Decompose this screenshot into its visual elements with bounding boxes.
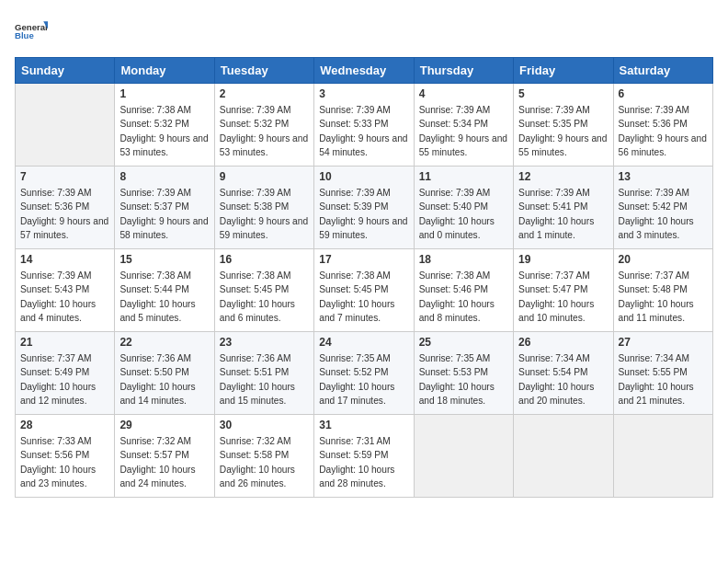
calendar-cell: 21Sunrise: 7:37 AMSunset: 5:49 PMDayligh… — [16, 332, 115, 415]
day-number: 15 — [119, 253, 209, 266]
day-info: Sunrise: 7:39 AMSunset: 5:33 PMDaylight:… — [319, 103, 408, 159]
day-info: Sunrise: 7:39 AMSunset: 5:37 PMDaylight:… — [119, 186, 209, 242]
calendar-cell: 17Sunrise: 7:38 AMSunset: 5:45 PMDayligh… — [314, 249, 414, 332]
calendar-cell: 25Sunrise: 7:35 AMSunset: 5:53 PMDayligh… — [414, 332, 513, 415]
calendar-cell: 16Sunrise: 7:38 AMSunset: 5:45 PMDayligh… — [214, 249, 313, 332]
calendar-cell: 11Sunrise: 7:39 AMSunset: 5:40 PMDayligh… — [414, 167, 513, 249]
day-info: Sunrise: 7:39 AMSunset: 5:36 PMDaylight:… — [20, 186, 109, 242]
day-number: 20 — [619, 253, 708, 266]
day-number: 1 — [119, 87, 209, 100]
weekday-thursday: Thursday — [414, 58, 513, 84]
day-number: 28 — [20, 419, 109, 431]
weekday-wednesday: Wednesday — [314, 58, 414, 84]
calendar-cell: 14Sunrise: 7:39 AMSunset: 5:43 PMDayligh… — [16, 249, 115, 332]
calendar-cell: 8Sunrise: 7:39 AMSunset: 5:37 PMDaylight… — [115, 167, 214, 249]
week-row-1: 1Sunrise: 7:38 AMSunset: 5:32 PMDaylight… — [16, 84, 713, 167]
day-info: Sunrise: 7:38 AMSunset: 5:46 PMDaylight:… — [419, 269, 508, 325]
calendar-cell: 20Sunrise: 7:37 AMSunset: 5:48 PMDayligh… — [613, 249, 712, 332]
week-row-5: 28Sunrise: 7:33 AMSunset: 5:56 PMDayligh… — [16, 415, 713, 498]
day-number: 21 — [20, 336, 109, 349]
logo: General Blue — [15, 15, 48, 48]
day-number: 22 — [119, 336, 209, 349]
day-info: Sunrise: 7:32 AMSunset: 5:58 PMDaylight:… — [220, 434, 309, 490]
day-info: Sunrise: 7:36 AMSunset: 5:51 PMDaylight:… — [220, 351, 309, 408]
day-number: 31 — [319, 419, 408, 431]
calendar-cell — [414, 415, 513, 498]
day-info: Sunrise: 7:37 AMSunset: 5:48 PMDaylight:… — [619, 269, 708, 325]
calendar-cell: 12Sunrise: 7:39 AMSunset: 5:41 PMDayligh… — [514, 167, 613, 249]
day-number: 19 — [518, 253, 608, 266]
day-info: Sunrise: 7:39 AMSunset: 5:42 PMDaylight:… — [619, 186, 708, 242]
calendar-cell: 2Sunrise: 7:39 AMSunset: 5:32 PMDaylight… — [214, 84, 313, 167]
day-number: 3 — [319, 87, 408, 100]
calendar-cell: 5Sunrise: 7:39 AMSunset: 5:35 PMDaylight… — [514, 84, 613, 167]
calendar-cell: 22Sunrise: 7:36 AMSunset: 5:50 PMDayligh… — [115, 332, 214, 415]
calendar-cell: 7Sunrise: 7:39 AMSunset: 5:36 PMDaylight… — [16, 167, 115, 249]
calendar-cell: 15Sunrise: 7:38 AMSunset: 5:44 PMDayligh… — [115, 249, 214, 332]
day-number: 11 — [419, 170, 508, 183]
day-number: 14 — [20, 253, 109, 266]
day-info: Sunrise: 7:35 AMSunset: 5:53 PMDaylight:… — [419, 351, 508, 408]
day-number: 2 — [220, 87, 309, 100]
weekday-tuesday: Tuesday — [214, 58, 313, 84]
calendar-cell — [16, 84, 115, 167]
day-info: Sunrise: 7:39 AMSunset: 5:36 PMDaylight:… — [619, 103, 708, 159]
day-info: Sunrise: 7:38 AMSunset: 5:32 PMDaylight:… — [119, 103, 209, 159]
weekday-monday: Monday — [115, 58, 214, 84]
calendar-cell: 4Sunrise: 7:39 AMSunset: 5:34 PMDaylight… — [414, 84, 513, 167]
header: General Blue — [15, 15, 713, 48]
day-number: 25 — [419, 336, 508, 349]
day-info: Sunrise: 7:38 AMSunset: 5:45 PMDaylight:… — [220, 269, 309, 325]
day-info: Sunrise: 7:38 AMSunset: 5:45 PMDaylight:… — [319, 269, 408, 325]
day-number: 9 — [220, 170, 309, 183]
logo-svg: General Blue — [15, 15, 48, 48]
day-number: 24 — [319, 336, 408, 349]
calendar-cell: 31Sunrise: 7:31 AMSunset: 5:59 PMDayligh… — [314, 415, 414, 498]
calendar-cell: 23Sunrise: 7:36 AMSunset: 5:51 PMDayligh… — [214, 332, 313, 415]
day-info: Sunrise: 7:39 AMSunset: 5:32 PMDaylight:… — [220, 103, 309, 159]
day-info: Sunrise: 7:39 AMSunset: 5:38 PMDaylight:… — [220, 186, 309, 242]
day-number: 23 — [220, 336, 309, 349]
calendar-table: SundayMondayTuesdayWednesdayThursdayFrid… — [15, 57, 713, 498]
day-number: 10 — [319, 170, 408, 183]
weekday-saturday: Saturday — [613, 58, 712, 84]
calendar-cell — [514, 415, 613, 498]
day-info: Sunrise: 7:31 AMSunset: 5:59 PMDaylight:… — [319, 434, 408, 490]
day-number: 8 — [119, 170, 209, 183]
day-info: Sunrise: 7:33 AMSunset: 5:56 PMDaylight:… — [20, 434, 109, 490]
day-info: Sunrise: 7:36 AMSunset: 5:50 PMDaylight:… — [119, 351, 209, 408]
weekday-friday: Friday — [514, 58, 613, 84]
day-number: 13 — [619, 170, 708, 183]
calendar-cell: 29Sunrise: 7:32 AMSunset: 5:57 PMDayligh… — [115, 415, 214, 498]
day-info: Sunrise: 7:39 AMSunset: 5:34 PMDaylight:… — [419, 103, 508, 159]
day-number: 4 — [419, 87, 508, 100]
day-info: Sunrise: 7:39 AMSunset: 5:41 PMDaylight:… — [518, 186, 608, 242]
week-row-3: 14Sunrise: 7:39 AMSunset: 5:43 PMDayligh… — [16, 249, 713, 332]
day-number: 16 — [220, 253, 309, 266]
calendar-cell: 10Sunrise: 7:39 AMSunset: 5:39 PMDayligh… — [314, 167, 414, 249]
weekday-sunday: Sunday — [16, 58, 115, 84]
day-number: 30 — [220, 419, 309, 431]
calendar-cell: 9Sunrise: 7:39 AMSunset: 5:38 PMDaylight… — [214, 167, 313, 249]
day-info: Sunrise: 7:39 AMSunset: 5:43 PMDaylight:… — [20, 269, 109, 325]
day-number: 7 — [20, 170, 109, 183]
week-row-2: 7Sunrise: 7:39 AMSunset: 5:36 PMDaylight… — [16, 167, 713, 249]
svg-text:Blue: Blue — [15, 30, 34, 40]
day-number: 26 — [518, 336, 608, 349]
calendar-cell: 19Sunrise: 7:37 AMSunset: 5:47 PMDayligh… — [514, 249, 613, 332]
day-number: 5 — [518, 87, 608, 100]
calendar-cell: 30Sunrise: 7:32 AMSunset: 5:58 PMDayligh… — [214, 415, 313, 498]
day-number: 18 — [419, 253, 508, 266]
day-info: Sunrise: 7:39 AMSunset: 5:35 PMDaylight:… — [518, 103, 608, 159]
calendar-cell: 24Sunrise: 7:35 AMSunset: 5:52 PMDayligh… — [314, 332, 414, 415]
day-number: 29 — [119, 419, 209, 431]
calendar-cell: 18Sunrise: 7:38 AMSunset: 5:46 PMDayligh… — [414, 249, 513, 332]
calendar-cell: 26Sunrise: 7:34 AMSunset: 5:54 PMDayligh… — [514, 332, 613, 415]
day-info: Sunrise: 7:32 AMSunset: 5:57 PMDaylight:… — [119, 434, 209, 490]
day-number: 6 — [619, 87, 708, 100]
day-info: Sunrise: 7:34 AMSunset: 5:54 PMDaylight:… — [518, 351, 608, 408]
calendar-cell: 13Sunrise: 7:39 AMSunset: 5:42 PMDayligh… — [613, 167, 712, 249]
day-number: 27 — [619, 336, 708, 349]
day-info: Sunrise: 7:35 AMSunset: 5:52 PMDaylight:… — [319, 351, 408, 408]
calendar-cell: 3Sunrise: 7:39 AMSunset: 5:33 PMDaylight… — [314, 84, 414, 167]
